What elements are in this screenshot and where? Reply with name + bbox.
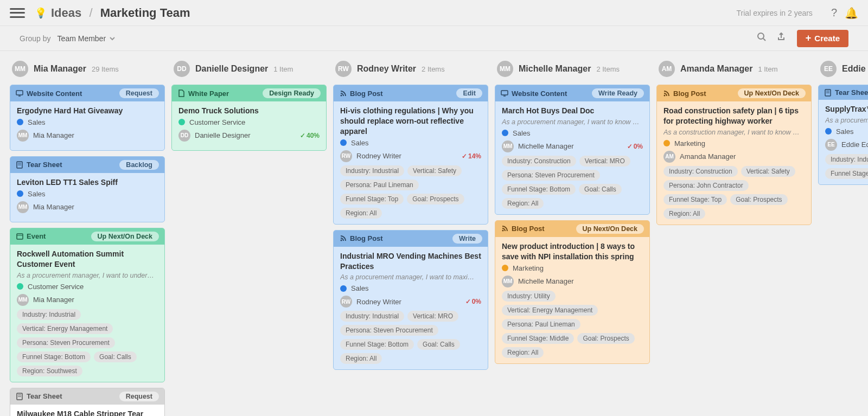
card-owner: MMMichelle Manager [502, 276, 643, 287]
category-dot [502, 130, 508, 136]
column-count: 1 Item [273, 65, 293, 73]
status-badge: Backlog [119, 160, 159, 170]
tag: Region: All [502, 198, 544, 209]
tag: Vertical: Safety [407, 165, 462, 176]
svg-rect-2 [16, 91, 23, 95]
trial-text: Trial expires in 2 years [737, 9, 813, 17]
svg-rect-7 [17, 234, 23, 239]
tag-list: Industry: ConstructionVertical: SafetyPe… [663, 166, 805, 219]
sheet-icon [16, 161, 23, 169]
avatar: RW [340, 150, 352, 162]
column-body[interactable]: Website Content Write Ready March Hot Bu… [495, 85, 652, 416]
card[interactable]: Tear Sheet Request Milwaukee M18 Cable S… [10, 388, 165, 416]
card[interactable]: Blog Post Up Next/On Deck New product in… [495, 220, 650, 364]
card-title: SupplyTrax™ [825, 104, 868, 114]
card-title: Road construction safety plan | 6 tips f… [663, 106, 805, 126]
create-button[interactable]: + Create [797, 30, 848, 47]
board[interactable]: MM Mia Manager 29 Items Website Content … [0, 51, 868, 416]
toolbar: Group by Team Member + Create [0, 26, 868, 51]
card-description: As a procurement manager, I want to unde… [17, 272, 158, 279]
status-badge: Request [119, 392, 159, 401]
column: DD Danielle Designer 1 Item White Paper … [171, 61, 329, 416]
sheet-icon [824, 89, 832, 97]
tag: Persona: Paul Lineman [502, 319, 580, 330]
tag: Industry: Industrial [340, 311, 404, 322]
avatar[interactable]: EE [820, 61, 837, 77]
column: AM Amanda Manager 1 Item Blog Post Up Ne… [656, 61, 814, 416]
column-body[interactable]: Blog Post Edit Hi-vis clothing regulatio… [333, 85, 490, 416]
plus-icon: + [806, 33, 812, 44]
avatar: MM [502, 276, 514, 287]
status-badge: Up Next/On Deck [738, 88, 806, 98]
tag: Goal: Prospects [407, 194, 464, 204]
tag: Region: All [340, 208, 382, 219]
tag: Vertical: MRO [579, 156, 630, 167]
svg-point-0 [758, 33, 764, 39]
column-name: Danielle Designer [195, 64, 268, 74]
avatar[interactable]: RW [335, 61, 352, 77]
card[interactable]: Website Content Request Ergodyne Hard Ha… [10, 85, 165, 151]
groupby-dropdown[interactable]: Team Member [58, 34, 116, 43]
card-category: Sales [825, 127, 868, 136]
card-body: Industrial MRO Vending Machines Best Pra… [334, 247, 488, 370]
avatar[interactable]: MM [12, 61, 28, 77]
card[interactable]: Tear Sheet Backlog Leviton LED TT1 Sales… [10, 156, 165, 222]
help-icon[interactable]: ? [831, 7, 837, 19]
category-dot [17, 190, 23, 197]
avatar[interactable]: MM [497, 61, 513, 77]
column: RW Rodney Writer 2 Items Blog Post Edit … [333, 61, 490, 416]
share-icon[interactable] [776, 32, 786, 44]
tag: Region: All [340, 353, 382, 364]
column-count: 2 Items [596, 65, 620, 73]
card-owner: MMMia Manager [17, 130, 158, 142]
rss-icon [501, 225, 508, 232]
avatar[interactable]: DD [174, 61, 190, 77]
paper-icon [177, 89, 185, 97]
search-icon[interactable] [757, 32, 767, 44]
category-dot [17, 283, 23, 290]
card-category: Customer Service [178, 118, 320, 126]
tag: Industry: Indust… [825, 154, 868, 165]
progress-badge: 0% [465, 298, 481, 305]
tag: Region: All [502, 347, 544, 358]
column-body[interactable]: Website Content Request Ergodyne Hard Ha… [10, 85, 167, 416]
card-body: Milwaukee M18 Cable Stripper Tear SheetM… [10, 405, 164, 416]
card-body: March Hot Buys Deal DocAs a procurement … [495, 101, 649, 214]
card[interactable]: Website Content Write Ready March Hot Bu… [495, 85, 650, 215]
card-owner: RWRodney Writer14% [340, 150, 481, 162]
column-body[interactable]: Tear Sheet SupplyTrax™As a procuremen…Sa… [818, 85, 868, 416]
column-header: EE Eddie Ed… [818, 61, 868, 77]
card[interactable]: White Paper Design Ready Demo Truck Solu… [171, 85, 327, 151]
column-body[interactable]: White Paper Design Ready Demo Truck Solu… [171, 85, 329, 416]
card[interactable]: Blog Post Edit Hi-vis clothing regulatio… [333, 85, 488, 225]
card[interactable]: Blog Post Up Next/On Deck Road construct… [656, 85, 812, 225]
groupby-label: Group by [20, 34, 51, 43]
card-header: Blog Post Up Next/On Deck [495, 221, 649, 237]
card-body: Ergodyne Hard Hat GiveawaySalesMMMia Man… [10, 101, 164, 150]
category-dot [502, 265, 508, 271]
avatar[interactable]: AM [659, 61, 675, 77]
column-body[interactable]: Blog Post Up Next/On Deck Road construct… [656, 85, 814, 416]
column-header: AM Amanda Manager 1 Item [656, 61, 814, 77]
card-title: Rockwell Automation Summit Customer Even… [17, 249, 158, 270]
column-name: Amanda Manager [680, 64, 752, 74]
card-header: Event Up Next/On Deck [10, 228, 164, 245]
card-body: New product introduction | 8 ways to sav… [495, 237, 649, 363]
card-type: Blog Post [501, 225, 545, 233]
menu-icon[interactable] [10, 7, 25, 20]
avatar: RW [340, 296, 352, 308]
breadcrumb-section[interactable]: Ideas [51, 6, 81, 20]
column-name: Eddie Ed… [842, 64, 868, 74]
column-count: 1 Item [758, 65, 777, 73]
progress-badge: 40% [300, 132, 320, 139]
card[interactable]: Tear Sheet SupplyTrax™As a procuremen…Sa… [818, 85, 868, 185]
card-title: Leviton LED TT1 Sales Spiff [17, 177, 158, 188]
tag: Region: Southwest [17, 366, 82, 376]
bell-icon[interactable]: 🔔 [845, 7, 858, 20]
tag: Persona: John Contractor [663, 180, 749, 191]
card[interactable]: Event Up Next/On Deck Rockwell Automatio… [10, 228, 165, 382]
card[interactable]: Blog Post Write Industrial MRO Vending M… [333, 230, 488, 370]
lightbulb-icon: 💡 [35, 7, 47, 19]
tag: Goal: Calls [417, 339, 460, 350]
tag: Funnel Stage: Top [663, 194, 727, 205]
